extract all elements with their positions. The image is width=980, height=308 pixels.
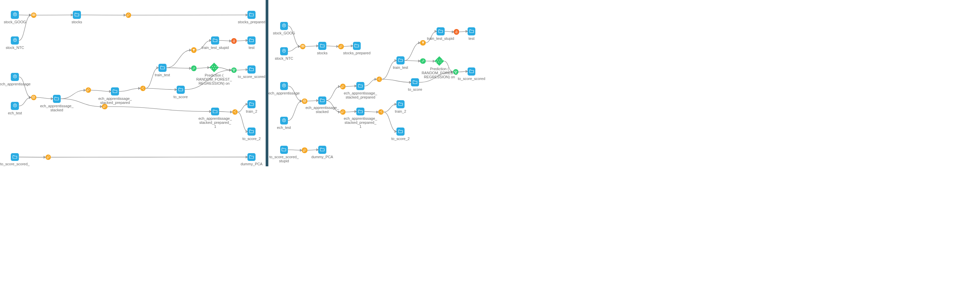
python-icon — [454, 29, 459, 34]
broom-icon — [338, 44, 344, 49]
svg-point-15 — [457, 33, 457, 33]
hammer-icon — [420, 58, 425, 64]
label-R_ech_test: ech_test — [264, 126, 304, 129]
node-R_train2[interactable] — [396, 100, 404, 108]
broom-icon — [302, 147, 307, 153]
edge — [426, 61, 435, 61]
node-R_trophy[interactable] — [453, 69, 458, 75]
venn-icon — [300, 44, 305, 49]
folder-icon — [280, 146, 288, 154]
label-R_stackprep: ech_apprentissage_ stacked_prepared — [340, 91, 380, 99]
broom-icon — [340, 84, 345, 89]
split-icon — [377, 77, 382, 82]
folder-icon — [468, 27, 476, 35]
stack-icon — [302, 99, 307, 104]
trophy-icon — [453, 69, 458, 75]
edges-right — [0, 0, 529, 166]
folder-icon — [318, 146, 326, 154]
node-R_hammer[interactable] — [420, 58, 425, 64]
edge — [404, 43, 420, 61]
folder-icon — [356, 108, 364, 116]
node-R_ech_app[interactable] — [280, 82, 288, 90]
node-R_to_score[interactable] — [411, 78, 419, 86]
node-R_train_test[interactable] — [396, 56, 404, 64]
label-R_stackprep1: ech_apprentissage_ stacked_prepared_ 1 — [340, 116, 380, 129]
node-R_filter[interactable] — [420, 40, 425, 46]
edge — [382, 79, 411, 82]
edge — [383, 112, 396, 132]
upload-arrow-icon — [280, 82, 288, 90]
node-R_tsss[interactable] — [280, 146, 288, 154]
label-R_stock_GOOG: stock_GOOG — [264, 31, 304, 35]
node-R_ech_test[interactable] — [280, 117, 288, 125]
prediction-icon: ∴∵ — [435, 56, 444, 66]
folder-icon — [318, 96, 326, 105]
label-R_ech_app: ech_apprentissage — [264, 91, 304, 95]
node-R_broom2[interactable] — [340, 84, 345, 89]
node-R_stocks[interactable] — [318, 42, 326, 50]
edge — [288, 26, 300, 46]
label-R_dummy: dummy_PCA — [302, 155, 342, 159]
label-R_train_test: train_test — [380, 65, 421, 70]
edge — [288, 150, 302, 150]
label-R_toscore2: to_score_2 — [380, 137, 421, 140]
edge — [364, 111, 378, 112]
node-R_dummy[interactable] — [318, 146, 326, 154]
node-R_stocks_prepared[interactable] — [353, 42, 361, 50]
edge — [458, 72, 468, 72]
node-R_stock_GOOG[interactable] — [280, 22, 288, 30]
funnel-icon — [420, 40, 425, 46]
folder-icon — [318, 42, 326, 50]
edge — [326, 87, 340, 101]
node-R_join1[interactable] — [300, 44, 305, 49]
node-R_python[interactable] — [454, 29, 459, 34]
label-R_stocks_prepared: stocks_prepared — [336, 51, 377, 55]
flow-comparison-canvas: stock_GOOGstock_NTCstocksstocks_prepared… — [0, 0, 529, 166]
label-R_scored: to_score_scored — [452, 77, 492, 81]
folder-icon — [353, 42, 361, 50]
folder-icon — [411, 78, 419, 86]
broom-icon — [340, 109, 345, 115]
node-R_tts_stupid[interactable] — [437, 27, 445, 35]
node-R_broom_top[interactable] — [338, 44, 344, 49]
upload-arrow-icon — [280, 117, 288, 125]
folder-icon — [356, 82, 364, 90]
node-R_split1[interactable] — [377, 77, 382, 82]
node-R_broom4[interactable] — [302, 147, 307, 153]
upload-arrow-icon — [280, 22, 288, 30]
node-R_broom3[interactable] — [340, 109, 345, 115]
label-R_stock_NTC: stock_NTC — [264, 56, 304, 61]
node-R_stackprep[interactable] — [356, 82, 364, 90]
folder-icon — [437, 27, 445, 35]
node-R_toscore2[interactable] — [396, 128, 404, 136]
node-R_test[interactable] — [468, 27, 476, 35]
label-R_to_score: to_score — [395, 87, 435, 91]
upload-arrow-icon — [280, 47, 288, 55]
node-R_stackprep1[interactable] — [356, 108, 364, 116]
edge — [404, 61, 420, 61]
edge — [445, 31, 454, 32]
label-R_train2: train_2 — [380, 109, 421, 113]
folder-icon — [396, 128, 404, 136]
label-R_tsss: to_score_scored_ stupid — [264, 155, 304, 163]
folder-icon — [468, 67, 476, 75]
node-R_scored[interactable] — [468, 67, 476, 75]
node-R_stack[interactable] — [302, 99, 307, 104]
folder-icon — [396, 56, 404, 64]
edge — [459, 31, 467, 32]
node-R_pred[interactable]: ∴∵ — [435, 56, 444, 66]
edge — [288, 101, 302, 121]
node-R_stack_ds[interactable] — [318, 96, 326, 105]
edge — [305, 46, 318, 46]
label-R_stack_ds: ech_apprentissage_ stacked — [302, 105, 342, 114]
edge — [382, 61, 396, 79]
folder-icon — [396, 100, 404, 108]
edge — [344, 46, 353, 46]
label-R_test: test — [452, 37, 492, 40]
node-R_stock_NTC[interactable] — [280, 47, 288, 55]
